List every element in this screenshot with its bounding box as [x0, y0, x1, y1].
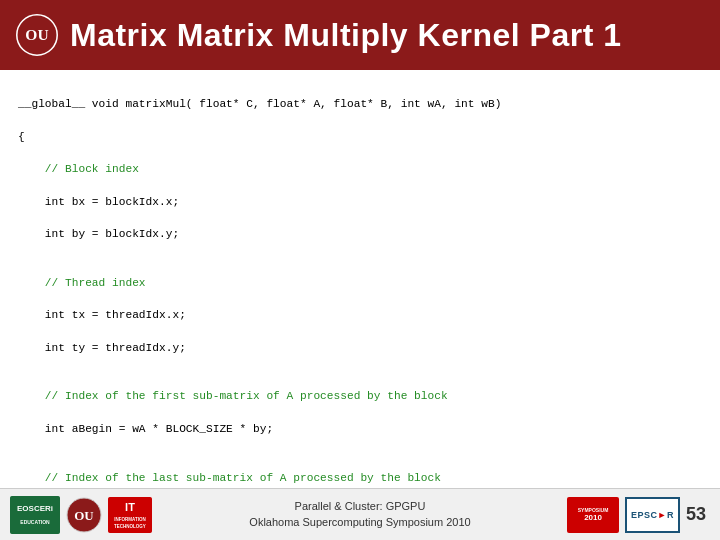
footer-logos: EOSCERi EDUCATION OU IT INFORMATION TECH… [10, 496, 152, 534]
ou-footer-logo: OU [66, 497, 102, 533]
slide: OU Matrix Matrix Multiply Kernel Part 1 … [0, 0, 720, 540]
it-logo: IT INFORMATION TECHNOLOGY [108, 497, 152, 533]
svg-text:OU: OU [25, 26, 48, 43]
svg-rect-2 [10, 496, 60, 534]
code-by: int by = blockIdx.y; [18, 226, 702, 242]
code-tx: int tx = threadIdx.x; [18, 307, 702, 323]
code-comment-abegin: // Index of the first sub-matrix of A pr… [18, 388, 702, 404]
footer-line2: Oklahoma Supercomputing Symposium 2010 [249, 515, 470, 530]
svg-text:EOSCERi: EOSCERi [17, 504, 53, 513]
epscor-logo: EPSC►R [625, 497, 680, 533]
footer-line1: Parallel & Cluster: GPGPU [295, 499, 426, 514]
code-line-2: { [18, 129, 702, 145]
code-block: __global__ void matrixMul( float* C, flo… [18, 80, 702, 488]
code-ty: int ty = threadIdx.y; [18, 340, 702, 356]
svg-text:TECHNOLOGY: TECHNOLOGY [114, 524, 146, 529]
code-line-1: __global__ void matrixMul( float* C, flo… [18, 96, 702, 112]
code-abegin: int aBegin = wA * BLOCK_SIZE * by; [18, 421, 702, 437]
footer-text: Parallel & Cluster: GPGPU Oklahoma Super… [249, 499, 470, 530]
footer: EOSCERi EDUCATION OU IT INFORMATION TECH… [0, 488, 720, 540]
svg-text:OU: OU [74, 508, 94, 523]
code-bx: int bx = blockIdx.x; [18, 194, 702, 210]
slide-title: Matrix Matrix Multiply Kernel Part 1 [70, 17, 621, 54]
code-content: __global__ void matrixMul( float* C, flo… [0, 70, 720, 488]
eosceri-logo: EOSCERi EDUCATION [10, 496, 60, 534]
svg-text:IT: IT [125, 501, 135, 513]
header: OU Matrix Matrix Multiply Kernel Part 1 [0, 0, 720, 70]
footer-right: SYMPOSIUM 2010 EPSC►R 53 [567, 497, 706, 533]
symposium-logo: SYMPOSIUM 2010 [567, 497, 619, 533]
code-comment-thread: // Thread index [18, 275, 702, 291]
ou-logo: OU [16, 14, 58, 56]
svg-text:INFORMATION: INFORMATION [114, 517, 145, 522]
svg-text:EDUCATION: EDUCATION [20, 519, 50, 525]
code-comment-aend: // Index of the last sub-matrix of A pro… [18, 470, 702, 486]
code-comment-block: // Block index [18, 161, 702, 177]
page-number: 53 [686, 504, 706, 525]
